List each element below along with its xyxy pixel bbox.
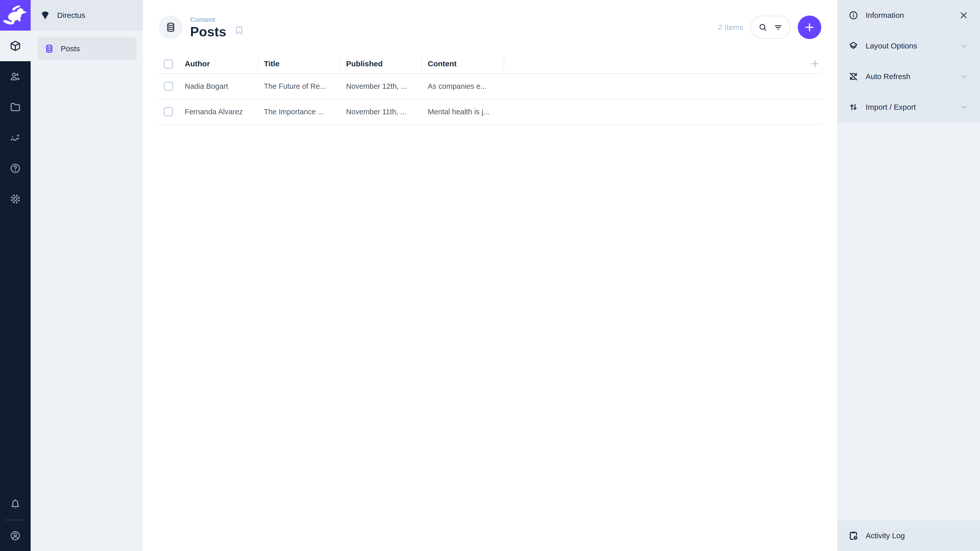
sidebar-section-layout-options[interactable]: Layout Options: [837, 30, 980, 61]
cell-content: Mental health is j...: [422, 99, 504, 124]
help-icon: [10, 162, 21, 174]
search-filter-pill: [750, 16, 791, 39]
info-icon: [848, 10, 859, 21]
nav-sidebar: Directus Posts: [30, 0, 143, 551]
project-chooser[interactable]: Directus: [30, 0, 143, 30]
row-checkbox[interactable]: [164, 82, 173, 91]
column-header-author[interactable]: Author: [179, 55, 258, 73]
box-icon: [10, 40, 21, 52]
module-item-users[interactable]: [0, 61, 30, 92]
module-item-content[interactable]: [0, 30, 30, 61]
module-bar: [0, 0, 30, 551]
column-header-published[interactable]: Published: [340, 55, 422, 73]
chart-icon: [10, 132, 21, 144]
sidebar-spacer: [837, 122, 980, 520]
cell-published: November 11th, ...: [340, 99, 422, 124]
collection-table: Author Title Published Content: [159, 55, 822, 125]
add-column-icon[interactable]: [810, 59, 820, 67]
sidebar-section-auto-refresh[interactable]: Auto Refresh: [837, 61, 980, 92]
sidebar-section-import-export[interactable]: Import / Export: [837, 92, 980, 122]
page-title: Posts: [190, 25, 226, 39]
module-bar-spacer: [0, 214, 30, 489]
module-item-help[interactable]: [0, 153, 30, 184]
table-row[interactable]: Fernanda Alvarez The Importance ... Nove…: [159, 99, 822, 124]
folder-icon: [10, 101, 21, 113]
table-header-row: Author Title Published Content: [159, 55, 822, 73]
sidebar-section-label: Import / Export: [865, 103, 916, 111]
breadcrumb: Content: [190, 16, 226, 24]
add-item-button[interactable]: [798, 16, 821, 39]
sidebar-section-activity-log[interactable]: Activity Log: [837, 520, 980, 551]
column-header-content[interactable]: Content: [422, 55, 504, 73]
fan-icon: [40, 10, 51, 21]
items-count: 2 Items: [718, 23, 743, 32]
header-actions: 2 Items: [718, 16, 821, 39]
database-icon: [45, 44, 54, 54]
directus-rabbit-icon: [1, 1, 29, 29]
sidebar-section-label: Layout Options: [865, 41, 917, 50]
people-icon: [10, 71, 21, 83]
import-export-icon: [848, 102, 859, 112]
module-item-insights[interactable]: [0, 122, 30, 153]
search-icon[interactable]: [758, 22, 768, 32]
sidebar-item-label: Posts: [61, 44, 80, 53]
sidebar-section-label: Activity Log: [865, 531, 905, 540]
chevron-down-icon: [959, 72, 969, 81]
directus-logo-tile[interactable]: [0, 0, 30, 30]
gear-icon: [10, 193, 21, 205]
sync-off-icon: [848, 71, 859, 82]
cell-author: Nadia Bogart: [179, 73, 258, 99]
plus-icon: [803, 21, 815, 33]
module-item-files[interactable]: [0, 92, 30, 122]
activity-log-icon: [848, 530, 859, 541]
column-header-title[interactable]: Title: [258, 55, 340, 73]
title-block: Content Posts: [190, 16, 226, 39]
module-item-settings[interactable]: [0, 184, 30, 214]
add-column-header: [504, 55, 822, 73]
collection-icon-circle: [159, 16, 183, 39]
module-item-notifications[interactable]: [0, 489, 30, 519]
bell-icon: [10, 499, 21, 510]
database-icon: [165, 22, 177, 33]
row-checkbox[interactable]: [164, 107, 173, 116]
sidebar-section-label: Information: [865, 11, 904, 20]
table-row[interactable]: Nadia Bogart The Future of Re... Novembe…: [159, 73, 822, 99]
select-all-checkbox[interactable]: [164, 59, 173, 68]
info-sidebar: Information Layout Options: [837, 0, 980, 551]
sidebar-section-label: Auto Refresh: [865, 72, 910, 81]
filter-icon[interactable]: [773, 22, 783, 32]
bookmark-icon[interactable]: [234, 25, 245, 36]
cell-content: As companies e...: [422, 73, 504, 99]
sidebar-section-information: Information: [837, 0, 980, 30]
project-name: Directus: [57, 11, 85, 20]
close-icon[interactable]: [959, 10, 969, 21]
chevron-down-icon: [959, 103, 969, 112]
chevron-down-icon: [959, 41, 969, 51]
module-item-account[interactable]: [0, 520, 30, 551]
cell-title: The Future of Re...: [258, 73, 340, 99]
layers-icon: [848, 41, 859, 51]
main-content: Content Posts 2 Items: [143, 0, 837, 551]
cell-author: Fernanda Alvarez: [179, 99, 258, 124]
cell-title: The Importance ...: [258, 99, 340, 124]
sidebar-item-posts[interactable]: Posts: [38, 37, 137, 60]
cell-published: November 12th, ...: [340, 73, 422, 99]
account-circle-icon: [10, 530, 21, 541]
page-header: Content Posts 2 Items: [143, 0, 837, 55]
collection-table-wrap: Author Title Published Content: [143, 55, 837, 125]
